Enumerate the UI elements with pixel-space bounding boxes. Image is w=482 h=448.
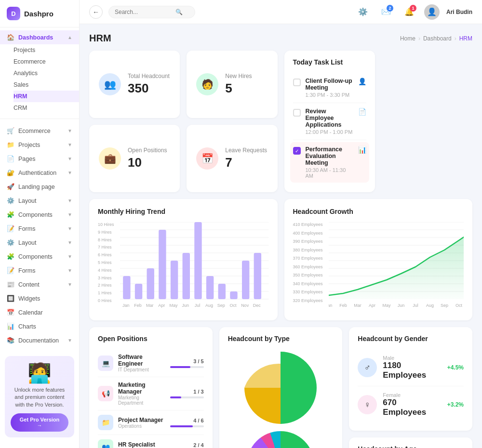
- breadcrumb-dashboard[interactable]: Dashboard: [423, 35, 452, 42]
- leave-requests-icon: 📅: [196, 147, 218, 170]
- dashboards-chevron: ▲: [67, 35, 72, 40]
- svg-text:Jun: Jun: [182, 303, 189, 308]
- svg-rect-21: [242, 261, 249, 299]
- layout-chevron: ▼: [67, 198, 72, 203]
- sidebar-item-dashboards[interactable]: 🏠 Dashboards ▲: [0, 30, 79, 44]
- page-title: HRM: [89, 33, 111, 44]
- components2-label: Components: [18, 253, 53, 260]
- sidebar-item-components[interactable]: 🧩 Components ▼: [0, 208, 79, 222]
- svg-text:Apr: Apr: [158, 303, 165, 308]
- settings-button[interactable]: ⚙️: [355, 4, 371, 20]
- sales-sub-label: Sales: [13, 81, 28, 88]
- sidebar-item-pages[interactable]: 📄 Pages ▼: [0, 152, 79, 166]
- sidebar-item-components2[interactable]: 🧩 Components ▼: [0, 250, 79, 264]
- task-icon-1: 👤: [358, 78, 366, 85]
- male-icon: ♂: [358, 358, 377, 377]
- position-icon-0: 💻: [98, 356, 113, 371]
- position-item-0: 💻 Software Engineer IT Department 3 / 5: [98, 349, 204, 377]
- sidebar-item-layout2[interactable]: ⚙️ Layout ▼: [0, 236, 79, 250]
- layout2-label: Layout: [18, 239, 37, 246]
- get-pro-button[interactable]: Get Pro Version →: [11, 413, 68, 432]
- ecommerce-sub-label: Ecommerce: [13, 58, 46, 65]
- sidebar-item-landing-page[interactable]: 🚀 Landing page: [0, 180, 79, 194]
- sidebar-item-forms2[interactable]: 📝 Forms ▼: [0, 264, 79, 277]
- svg-text:Jul: Jul: [195, 303, 201, 308]
- stat-open-positions: 💼 Open Positions 10: [89, 125, 180, 192]
- sidebar-item-projects[interactable]: 📁 Projects ▼: [0, 138, 79, 152]
- svg-text:Feb: Feb: [339, 303, 347, 308]
- sidebar-item-analytics-sub[interactable]: Analytics: [13, 67, 79, 79]
- back-button[interactable]: ←: [89, 5, 103, 19]
- ecommerce-chevron: ▼: [67, 128, 72, 133]
- authentication-icon: 🔐: [7, 169, 14, 176]
- calendar-label: Calendar: [18, 309, 43, 316]
- svg-rect-18: [206, 276, 214, 299]
- open-positions-card: Open Positions 💻 Software Engineer IT De…: [89, 327, 213, 448]
- position-item-3: 👥 HR Specialist Human Resources 2 / 4: [98, 435, 204, 448]
- authentication-label: Authentication: [18, 170, 56, 176]
- sidebar-item-layout[interactable]: ⚙️ Layout ▼: [0, 194, 79, 208]
- documentation-chevron: ▼: [67, 338, 72, 343]
- pages-label: Pages: [18, 156, 35, 162]
- breadcrumb-home[interactable]: Home: [400, 35, 415, 42]
- svg-text:Feb: Feb: [134, 303, 142, 308]
- svg-marker-45: [329, 223, 464, 299]
- gender-title: Headcount by Gender: [358, 335, 464, 343]
- task-time-1: 1:30 PM - 3:30 PM: [306, 92, 353, 98]
- open-positions-title: Open Positions: [98, 335, 204, 343]
- task-icon-3: 📊: [358, 146, 366, 154]
- sidebar-item-authentication[interactable]: 🔐 Authentication ▼: [0, 166, 79, 180]
- task-check-3[interactable]: ✓: [293, 147, 301, 155]
- svg-rect-22: [254, 253, 261, 299]
- components2-icon: 🧩: [7, 253, 14, 260]
- sidebar-item-crm-sub[interactable]: CRM: [13, 102, 79, 114]
- sidebar-item-projects-sub[interactable]: Projects: [13, 44, 79, 56]
- task-check-2[interactable]: [293, 109, 301, 117]
- stats-and-tasks: 👥 Total Headcount 350 🧑 New Hires 5 Toda…: [89, 51, 472, 192]
- svg-text:Mar: Mar: [354, 303, 362, 308]
- svg-rect-13: [147, 268, 154, 299]
- header: ← 🔍 ⚙️ ✉️ 2 🔔 1 👤 Ari Budin: [80, 0, 482, 24]
- forms-icon: 📝: [7, 225, 14, 232]
- sidebar-item-content[interactable]: 📰 Content ▼: [0, 277, 79, 291]
- position-item-1: 📢 Marketing Manager Marketing Department…: [98, 377, 204, 410]
- layout2-chevron: ▼: [67, 240, 72, 245]
- hrm-sub-label: HRM: [13, 93, 27, 100]
- projects-label: Projects: [18, 142, 40, 148]
- layout-icon: ⚙️: [7, 197, 14, 204]
- svg-text:Mar: Mar: [146, 303, 154, 308]
- search-input[interactable]: [115, 9, 173, 15]
- sidebar-item-widgets[interactable]: 🔲 Widgets: [0, 291, 79, 305]
- task-icon-2: 📄: [358, 108, 366, 116]
- components2-chevron: ▼: [67, 254, 72, 259]
- headcount-icon: 👥: [99, 73, 121, 95]
- leave-requests-label: Leave Requests: [225, 147, 267, 154]
- new-hires-label: New Hires: [225, 73, 252, 79]
- bar-chart-svg: Jan Feb Mar Apr May Jun Jul Aug Sep Oct …: [120, 222, 269, 314]
- sidebar-item-ecommerce-sub[interactable]: Ecommerce: [13, 56, 79, 67]
- sidebar-item-charts[interactable]: 📊 Charts: [0, 319, 79, 333]
- svg-text:May: May: [382, 303, 391, 308]
- pie-donut: [247, 431, 314, 448]
- task-name-1: Client Follow-up Meeting: [306, 78, 353, 91]
- task-check-1[interactable]: [293, 79, 301, 86]
- area-chart-svg: Jan Feb Mar Apr May Jun Jul Aug Sep Oct …: [329, 222, 464, 314]
- sidebar-item-forms[interactable]: 📝 Forms ▼: [0, 222, 79, 236]
- svg-rect-15: [171, 261, 178, 299]
- content-chevron: ▼: [67, 282, 72, 287]
- svg-rect-19: [218, 284, 226, 299]
- forms-label: Forms: [18, 225, 35, 232]
- sidebar-item-calendar[interactable]: 📅 Calendar: [0, 305, 79, 319]
- svg-text:Sep: Sep: [217, 303, 225, 308]
- sidebar-item-documentation[interactable]: 📚 Documentation ▼: [0, 333, 79, 347]
- notification-button[interactable]: 🔔 1: [401, 4, 417, 20]
- task-item-3: ✓ Performance Evaluation Meeting 10:30 A…: [290, 142, 369, 183]
- sidebar-item-sales-sub[interactable]: Sales: [13, 79, 79, 91]
- pages-chevron: ▼: [67, 156, 72, 161]
- search-box[interactable]: 🔍: [108, 6, 195, 18]
- dashboards-label: Dashboards: [18, 34, 53, 41]
- new-hires-icon: 🧑: [196, 73, 218, 95]
- sidebar-item-hrm-sub[interactable]: HRM: [13, 91, 79, 102]
- mail-button[interactable]: ✉️ 2: [378, 4, 394, 20]
- sidebar-item-ecommerce[interactable]: 🛒 Ecommerce ▼: [0, 124, 79, 138]
